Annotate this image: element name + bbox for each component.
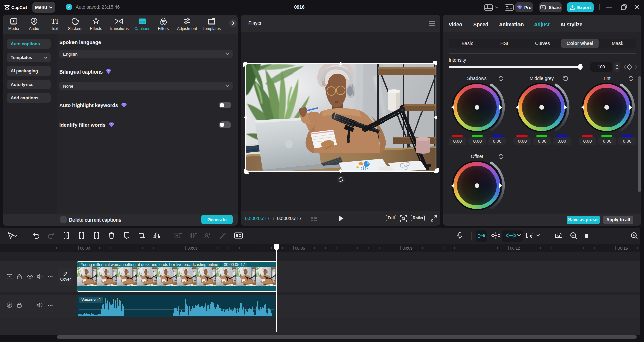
svg-text:00:15: 00:15 (618, 246, 628, 251)
svg-text:00:00: 00:00 (80, 246, 90, 251)
svg-text:00:06: 00:06 (295, 246, 305, 251)
svg-text:TI: TI (51, 17, 59, 25)
svg-text:00:09: 00:09 (403, 246, 413, 251)
svg-text:00:12: 00:12 (510, 246, 520, 251)
svg-text:00:03: 00:03 (188, 246, 198, 251)
